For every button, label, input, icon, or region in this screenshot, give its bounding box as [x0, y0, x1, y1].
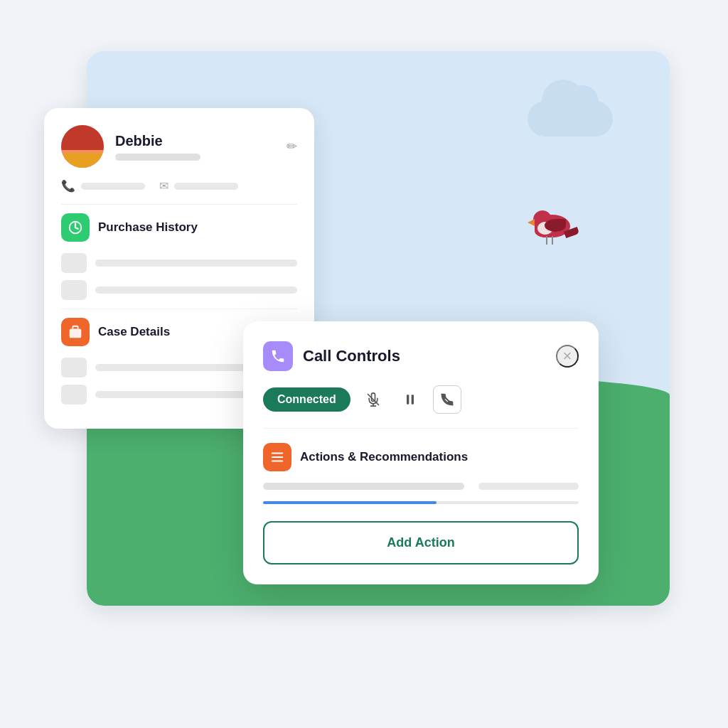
actions-placeholders: [263, 483, 579, 490]
svg-rect-2: [70, 328, 82, 338]
phone-placeholder: [81, 183, 145, 190]
end-call-button[interactable]: [433, 385, 461, 414]
progress-bar-fill: [263, 501, 437, 504]
case-thumb-2: [61, 385, 87, 405]
svg-rect-10: [272, 456, 284, 458]
actions-icon: [263, 443, 291, 471]
close-button[interactable]: ×: [556, 345, 579, 368]
card-divider: [263, 428, 579, 429]
email-icon: ✉: [159, 179, 168, 193]
purchase-thumb-1: [61, 253, 87, 273]
call-controls-card: Call Controls × Connected: [243, 321, 599, 584]
email-field-group: ✉: [159, 179, 238, 193]
card-header: Call Controls ×: [263, 341, 579, 371]
scene: Debbie ✏ 📞 ✉: [44, 51, 684, 677]
case-details-title: Case Details: [98, 325, 170, 339]
contact-name: Debbie: [115, 133, 275, 149]
purchase-history-title: Purchase History: [98, 220, 198, 235]
case-thumb-1: [61, 358, 87, 378]
actions-title: Actions & Recommendations: [300, 450, 468, 464]
svg-rect-9: [272, 453, 284, 454]
cloud: [513, 80, 627, 136]
email-placeholder: [174, 183, 238, 190]
call-status-row: Connected: [263, 385, 579, 414]
svg-rect-7: [411, 395, 413, 404]
purchase-text-2: [95, 287, 297, 294]
purchase-thumb-2: [61, 280, 87, 300]
contact-fields: 📞 ✉: [61, 179, 297, 193]
action-placeholder-2: [478, 483, 579, 490]
svg-rect-11: [272, 461, 284, 462]
divider-2: [61, 309, 297, 309]
mute-button[interactable]: [359, 385, 387, 414]
edit-icon[interactable]: ✏: [287, 139, 297, 154]
purchase-history-header: Purchase History: [61, 213, 297, 242]
phone-icon: 📞: [61, 179, 75, 193]
pause-button[interactable]: [396, 385, 424, 414]
call-controls-icon-badge: [263, 341, 293, 371]
svg-rect-6: [407, 395, 409, 404]
case-details-icon: [61, 318, 90, 346]
bird-illustration: [528, 208, 584, 250]
card-title-group: Call Controls: [263, 341, 400, 371]
phone-field-group: 📞: [61, 179, 145, 193]
purchase-text-1: [95, 259, 297, 267]
divider-1: [61, 204, 297, 205]
purchase-list-item-2: [61, 280, 297, 300]
connected-badge: Connected: [263, 387, 350, 412]
actions-section: Actions & Recommendations: [263, 443, 579, 490]
avatar: [61, 125, 104, 168]
card-title: Call Controls: [303, 347, 400, 365]
progress-bar-container: [263, 501, 579, 504]
purchase-history-icon: [61, 213, 90, 242]
contact-info: Debbie: [115, 133, 275, 161]
add-action-button[interactable]: Add Action: [263, 521, 579, 564]
action-placeholder-1: [263, 483, 464, 490]
contact-subtitle-placeholder: [115, 154, 200, 161]
actions-header: Actions & Recommendations: [263, 443, 579, 471]
purchase-list-item-1: [61, 253, 297, 273]
